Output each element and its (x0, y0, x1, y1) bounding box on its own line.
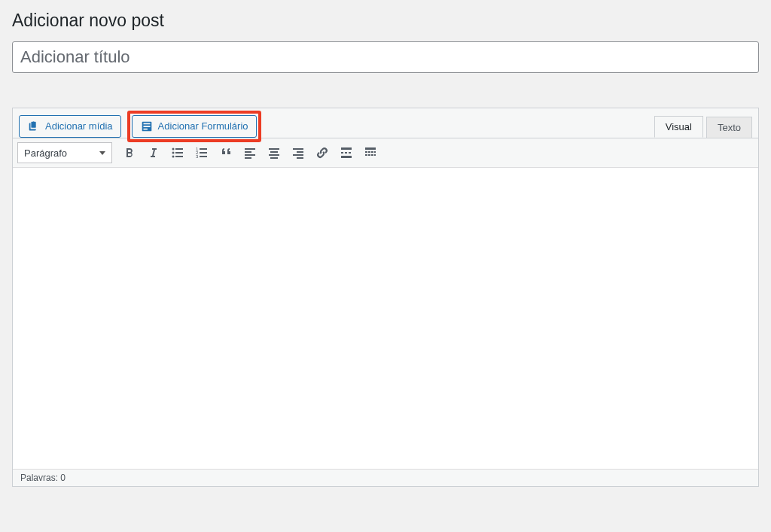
svg-point-4 (172, 156, 175, 158)
svg-rect-11 (200, 156, 207, 157)
numbered-list-button[interactable]: 123 (190, 141, 213, 164)
media-icon (27, 120, 41, 133)
svg-rect-36 (371, 154, 373, 156)
status-bar: Palavras: 0 (13, 469, 758, 486)
blockquote-button[interactable] (215, 141, 237, 164)
svg-text:3: 3 (196, 154, 199, 159)
svg-rect-32 (371, 151, 373, 153)
svg-rect-12 (245, 148, 255, 150)
link-button[interactable] (311, 141, 334, 164)
svg-rect-21 (297, 151, 303, 153)
toolbar-toggle-button[interactable] (359, 141, 382, 164)
svg-rect-7 (200, 148, 207, 150)
read-more-button[interactable] (335, 141, 358, 164)
svg-rect-17 (270, 151, 278, 153)
form-icon (140, 120, 154, 133)
svg-point-2 (172, 152, 175, 154)
bold-button[interactable] (118, 141, 141, 164)
svg-rect-29 (365, 147, 376, 150)
svg-rect-9 (200, 152, 207, 154)
bullet-list-button[interactable] (166, 141, 189, 164)
page-title: Adicionar novo post (12, 11, 759, 31)
svg-rect-31 (368, 151, 370, 153)
svg-rect-18 (269, 154, 279, 156)
chevron-down-icon (99, 151, 105, 155)
svg-rect-15 (245, 157, 251, 159)
paragraph-format-select[interactable]: Parágrafo (17, 142, 112, 163)
svg-rect-24 (341, 147, 352, 150)
svg-rect-33 (374, 151, 376, 153)
svg-rect-34 (365, 154, 367, 156)
svg-rect-25 (341, 152, 343, 154)
svg-rect-26 (345, 152, 347, 154)
editor-container: Adicionar mídia Adicionar Formulário Vis… (12, 108, 759, 487)
svg-rect-35 (368, 154, 370, 156)
format-select-label: Parágrafo (24, 147, 67, 159)
svg-rect-19 (270, 157, 278, 159)
svg-rect-27 (349, 152, 351, 154)
svg-rect-5 (175, 156, 183, 157)
svg-rect-37 (374, 154, 376, 156)
svg-rect-28 (341, 156, 352, 158)
align-left-button[interactable] (239, 141, 261, 164)
italic-button[interactable] (142, 141, 165, 164)
svg-rect-1 (175, 148, 183, 150)
svg-rect-22 (293, 154, 303, 156)
format-toolbar: Parágrafo 123 (13, 138, 758, 168)
add-form-button[interactable]: Adicionar Formulário (132, 115, 257, 138)
svg-rect-23 (297, 157, 303, 159)
tab-visual[interactable]: Visual (654, 116, 703, 138)
post-title-input[interactable] (12, 41, 759, 73)
content-editor[interactable] (13, 168, 758, 469)
editor-header: Adicionar mídia Adicionar Formulário Vis… (13, 108, 758, 138)
add-media-button[interactable]: Adicionar mídia (19, 115, 121, 138)
svg-rect-20 (293, 148, 303, 150)
svg-rect-14 (245, 154, 255, 156)
word-count: Palavras: 0 (20, 473, 66, 483)
svg-rect-3 (175, 152, 183, 154)
svg-rect-30 (365, 151, 367, 153)
highlight-annotation: Adicionar Formulário (127, 111, 261, 142)
tab-text[interactable]: Texto (706, 117, 752, 138)
align-center-button[interactable] (263, 141, 285, 164)
svg-point-0 (172, 148, 175, 150)
add-media-label: Adicionar mídia (45, 119, 113, 134)
add-form-label: Adicionar Formulário (158, 119, 248, 134)
svg-rect-13 (245, 151, 251, 153)
svg-rect-16 (269, 148, 279, 150)
align-right-button[interactable] (287, 141, 309, 164)
